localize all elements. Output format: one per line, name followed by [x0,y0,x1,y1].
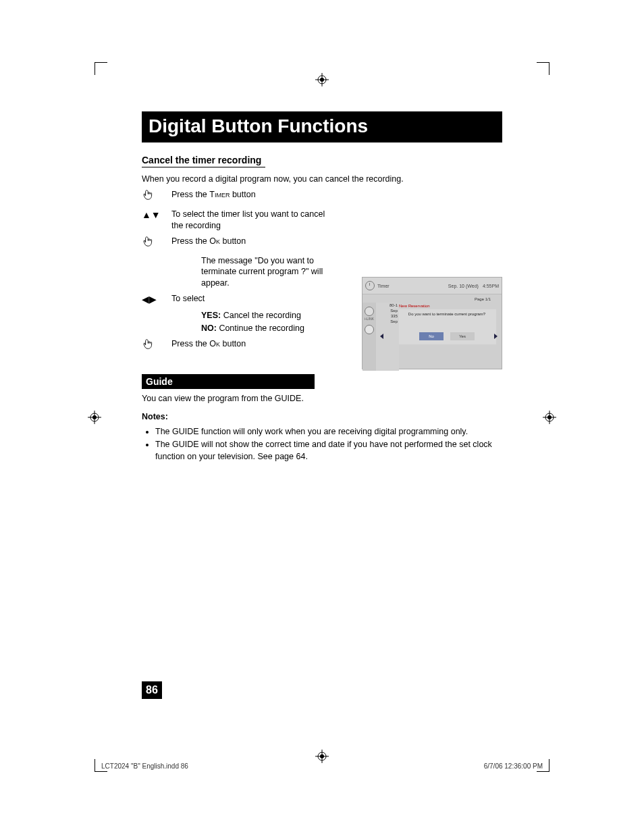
step-text: Press the Timer button [171,189,338,201]
left-right-arrows-icon: ◀▶ [142,293,171,306]
left-arrow-icon [380,334,383,339]
page-number: 86 [142,681,162,699]
step-note: The message "Do you want to terminate cu… [201,255,336,290]
svg-point-7 [92,415,97,419]
osd-value: Sep [376,319,399,324]
clock-icon [365,281,375,290]
clock-icon [365,307,374,316]
section-intro: You can view the program from the GUIDE. [142,393,502,405]
crop-mark [537,62,549,75]
registration-mark-icon [88,411,101,424]
svg-point-11 [547,415,552,419]
section-intro: When you record a digital program now, y… [142,174,502,184]
press-icon [142,189,171,205]
right-arrow-icon [494,334,498,339]
section-tag: Guide [142,374,315,389]
press-icon [142,236,171,251]
notes-label: Notes: [142,411,502,423]
svg-point-15 [320,754,324,758]
osd-value: 335 [376,313,399,319]
osd-screenshot: Timer Sep. 10 (Wed) 4:55PM Page 1/1 i-LI… [362,277,502,369]
registration-mark-icon [315,750,329,763]
notes-list: The GUIDE function will only work when y… [147,426,502,463]
osd-no-button: No [419,332,444,340]
footer-filename: LCT2024 "B" English.indd 86 [101,762,188,770]
osd-time: 4:55PM [483,284,499,288]
osd-page-indicator: Page 1/1 [475,297,491,301]
question-icon [365,325,374,334]
osd-yes-button: Yes [450,332,475,340]
step-text: To select the timer list you want to can… [171,209,338,232]
step-text: Press the Ok button [171,338,338,350]
note-item: The GUIDE will not show the correct time… [155,439,502,463]
footer-timestamp: 6/7/06 12:36:00 PM [484,762,543,770]
up-down-arrows-icon: ▲▼ [142,209,171,221]
svg-point-3 [320,78,324,82]
osd-date: Sep. 10 (Wed) [448,284,479,288]
press-icon [142,338,171,354]
osd-title: Timer [377,284,390,288]
step-text: Press the Ok button [171,236,338,247]
osd-value: Sep [376,308,399,313]
note-item: The GUIDE function will only work when y… [155,426,502,438]
registration-mark-icon [315,73,329,86]
crop-mark [95,62,107,75]
step-option: NO: Continue the recording [201,323,336,334]
osd-dialog-text: Do you want to terminate current program… [404,312,489,316]
registration-mark-icon [543,411,556,424]
osd-new-reservation: New Reservation [399,303,430,309]
step-text: To select [171,293,338,305]
osd-label: i-LINK [363,317,376,321]
section-heading: Cancel the timer recording [142,155,265,167]
osd-value: 80-1 [376,303,399,308]
page-title: Digital Button Functions [142,111,502,142]
step-option: YES: Cancel the recording [201,310,336,321]
